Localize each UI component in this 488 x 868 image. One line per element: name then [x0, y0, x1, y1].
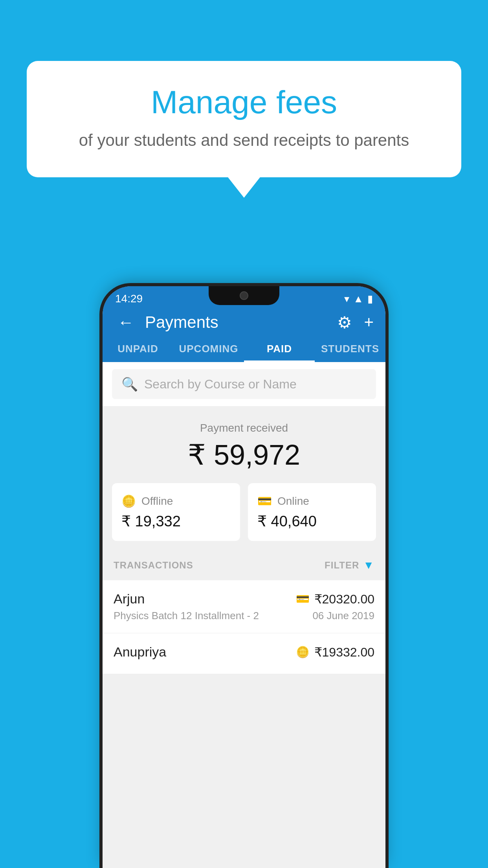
offline-label: Offline [141, 495, 173, 508]
search-box[interactable]: 🔍 Search by Course or Name [112, 369, 376, 399]
offline-icon: 🪙 [121, 494, 136, 508]
offline-card-header: 🪙 Offline [121, 494, 231, 508]
battery-icon: ▮ [367, 293, 373, 305]
tab-unpaid[interactable]: UNPAID [103, 333, 173, 362]
amount-row: 💳 ₹20320.00 [296, 592, 374, 607]
payment-summary: Payment received ₹ 59,972 [103, 406, 385, 483]
online-card-header: 💳 Online [257, 494, 367, 508]
status-icons: ▾ ▲ ▮ [344, 293, 373, 305]
transaction-item[interactable]: Anupriya 🪙 ₹19332.00 [103, 633, 385, 674]
tab-students[interactable]: STUDENTS [315, 333, 385, 362]
transactions-header: TRANSACTIONS FILTER ▼ [103, 550, 385, 580]
filter-icon: ▼ [363, 559, 374, 572]
student-name: Arjun [114, 591, 145, 607]
app-screen: 14:29 ▾ ▲ ▮ ← Payments ⚙ + UNPAID UPCOMI… [103, 286, 385, 868]
bubble-subtitle: of your students and send receipts to pa… [46, 131, 442, 150]
signal-icon: ▲ [353, 293, 363, 305]
tab-upcoming[interactable]: UPCOMING [173, 333, 244, 362]
course-info: Physics Batch 12 Installment - 2 [114, 610, 259, 622]
gear-icon[interactable]: ⚙ [337, 313, 352, 332]
payment-total-amount: ₹ 59,972 [114, 438, 374, 471]
speech-bubble: Manage fees of your students and send re… [27, 61, 461, 177]
camera [240, 291, 248, 300]
transactions-label: TRANSACTIONS [114, 560, 193, 571]
transaction-item[interactable]: Arjun 💳 ₹20320.00 Physics Batch 12 Insta… [103, 580, 385, 633]
phone-frame: 14:29 ▾ ▲ ▮ ← Payments ⚙ + UNPAID UPCOMI… [103, 286, 385, 868]
app-bar-title: Payments [145, 313, 337, 332]
wifi-icon: ▾ [344, 293, 349, 305]
online-card: 💳 Online ₹ 40,640 [248, 483, 376, 541]
transaction-row-top: Arjun 💳 ₹20320.00 [114, 591, 374, 607]
student-name: Anupriya [114, 644, 166, 660]
filter-button[interactable]: FILTER ▼ [325, 559, 374, 572]
tab-paid[interactable]: PAID [244, 333, 315, 362]
content-area: 🔍 Search by Course or Name Payment recei… [103, 362, 385, 868]
payment-received-label: Payment received [114, 422, 374, 434]
transaction-row-bottom: Physics Batch 12 Installment - 2 06 June… [114, 610, 374, 622]
status-time: 14:29 [115, 292, 143, 305]
amount-row: 🪙 ₹19332.00 [296, 645, 374, 660]
bubble-title: Manage fees [46, 85, 442, 120]
notch [209, 286, 279, 305]
offline-amount: ₹ 19,332 [121, 513, 231, 530]
transaction-row-top: Anupriya 🪙 ₹19332.00 [114, 644, 374, 660]
plus-icon[interactable]: + [364, 313, 374, 332]
filter-label: FILTER [325, 560, 359, 571]
online-label: Online [277, 495, 309, 508]
payment-mode-offline-icon: 🪙 [296, 645, 310, 658]
online-amount: ₹ 40,640 [257, 513, 367, 530]
payment-cards-row: 🪙 Offline ₹ 19,332 💳 Online ₹ 40,640 [103, 483, 385, 550]
offline-card: 🪙 Offline ₹ 19,332 [112, 483, 240, 541]
search-placeholder: Search by Course or Name [144, 377, 297, 392]
app-bar-actions: ⚙ + [337, 313, 374, 332]
search-icon: 🔍 [121, 376, 138, 392]
payment-mode-online-icon: 💳 [296, 592, 310, 605]
tabs: UNPAID UPCOMING PAID STUDENTS [103, 333, 385, 362]
transaction-amount: ₹19332.00 [314, 645, 374, 660]
back-button[interactable]: ← [114, 310, 137, 335]
transaction-amount: ₹20320.00 [314, 592, 374, 607]
transaction-date: 06 June 2019 [312, 610, 374, 622]
online-icon: 💳 [257, 494, 272, 508]
search-container: 🔍 Search by Course or Name [103, 362, 385, 406]
